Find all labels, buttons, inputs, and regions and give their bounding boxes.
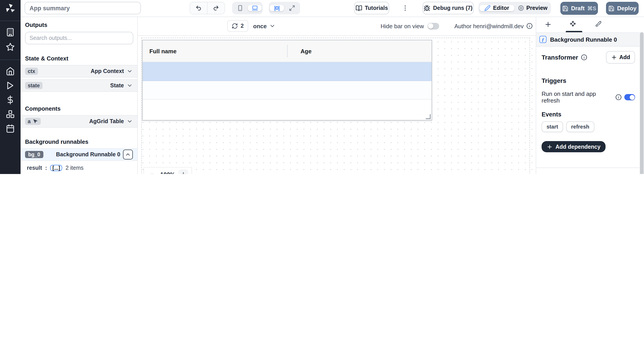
chevron-down-icon[interactable] — [126, 118, 133, 124]
zoom-out-button[interactable] — [147, 169, 157, 174]
sidebar-building-button[interactable] — [6, 28, 15, 37]
centered-layout-button[interactable]: |0| — [270, 5, 284, 11]
tab-styling[interactable] — [595, 21, 603, 28]
run-on-start-row: Run on start and app refresh — [542, 90, 639, 104]
preview-label: Preview — [526, 5, 548, 11]
search-outputs-input[interactable] — [25, 32, 133, 44]
state-badge: state — [25, 82, 42, 89]
info-icon[interactable] — [526, 23, 533, 29]
bg0-badge: bg_0 — [25, 151, 44, 158]
sidebar-star-button[interactable] — [6, 43, 15, 52]
right-panel: ƒ Background Runnable 0 Transformer Add … — [536, 17, 644, 174]
zoom-control: 100% — [144, 167, 192, 174]
play-icon — [6, 81, 15, 90]
preview-icon — [518, 5, 524, 11]
tutorials-label: Tutorials — [365, 5, 388, 11]
sidebar-play-button[interactable] — [6, 81, 15, 90]
aggrid-selected-row[interactable] — [143, 62, 432, 81]
more-menu-button[interactable] — [400, 2, 410, 14]
state-type-label: State — [110, 82, 124, 89]
sidebar-dollar-sign-button[interactable] — [6, 95, 15, 104]
add-dependency-button[interactable]: Add dependency — [542, 141, 605, 152]
tab-component-settings[interactable] — [570, 21, 577, 28]
chevron-down-icon[interactable] — [126, 82, 133, 89]
outputs-panel: Outputs State & Context ctx App Context … — [20, 17, 138, 174]
rail-divider — [0, 21, 20, 21]
output-row-bg0[interactable]: bg_0 Background Runnable 0 — [20, 148, 137, 161]
events-chips: startrefresh — [542, 121, 639, 132]
add-transformer-button[interactable]: Add — [606, 51, 635, 64]
undo-icon — [196, 5, 202, 11]
state-context-title: State & Context — [25, 55, 133, 62]
component-a-id: a — [28, 119, 31, 124]
aggrid-header: Full nameAge — [143, 40, 432, 62]
component-a-badge: a — [25, 118, 41, 125]
right-panel-body: Transformer Add Triggers Run on start an… — [536, 47, 644, 174]
chevron-up-icon — [125, 151, 131, 158]
draft-button[interactable]: Draft ⌘S — [560, 2, 598, 15]
mobile-view-button[interactable] — [233, 5, 247, 11]
calendar-icon — [6, 124, 15, 133]
refresh-policy-dropdown[interactable]: once — [253, 20, 276, 32]
preview-tab[interactable]: Preview — [515, 5, 550, 11]
redo-button[interactable] — [207, 2, 224, 14]
plus-icon — [546, 143, 553, 150]
pen-icon — [484, 5, 491, 11]
draft-label: Draft — [571, 5, 585, 12]
info-icon[interactable] — [581, 54, 587, 61]
building-icon — [6, 28, 15, 37]
right-panel-scrollbar[interactable] — [640, 32, 644, 174]
aggrid-row[interactable] — [143, 81, 432, 99]
resize-handle[interactable] — [426, 114, 431, 119]
refresh-policy-value: once — [253, 23, 267, 29]
output-row-component-a[interactable]: a AgGrid Table — [20, 115, 137, 128]
refresh-count: 2 — [240, 23, 244, 29]
transformer-title: Transformer — [542, 54, 578, 61]
app-summary-input[interactable] — [24, 2, 141, 14]
tutorials-button[interactable]: Tutorials — [354, 2, 389, 14]
sidebar-home-button[interactable] — [6, 67, 15, 76]
save-icon — [608, 5, 614, 12]
ctx-type-label: App Context — [90, 68, 124, 74]
fullwidth-layout-button[interactable] — [285, 5, 299, 11]
hide-bar-toggle[interactable] — [428, 23, 439, 29]
outputs-title: Outputs — [25, 22, 133, 28]
plus-icon — [611, 54, 617, 61]
refresh-button[interactable]: 2 — [227, 20, 248, 32]
windmill-logo[interactable] — [4, 3, 16, 14]
info-icon[interactable] — [616, 94, 622, 100]
undo-redo-group — [190, 2, 225, 14]
zoom-in-button[interactable] — [178, 169, 188, 174]
output-row-ctx[interactable]: ctx App Context — [20, 65, 137, 77]
debug-runs-button[interactable]: Debug runs (7) — [422, 2, 474, 14]
selected-runnable-header: ƒ Background Runnable 0 — [536, 32, 644, 47]
diamonds-icon — [570, 21, 576, 27]
app-canvas[interactable]: Full nameAge 100% — [138, 35, 536, 174]
result-expand-chip[interactable]: [...] — [50, 164, 62, 171]
deploy-button[interactable]: Deploy — [606, 2, 639, 15]
zoom-level: 100% — [157, 171, 178, 174]
draft-shortcut: ⌘S — [587, 5, 596, 12]
add-label: Add — [619, 54, 630, 61]
event-chip-refresh[interactable]: refresh — [566, 121, 594, 132]
rail-group-top — [0, 28, 20, 52]
section-divider — [536, 167, 644, 168]
aggrid-table-component[interactable]: Full nameAge — [142, 40, 432, 120]
undo-button[interactable] — [190, 2, 207, 14]
tab-add-component[interactable] — [544, 21, 552, 28]
bg0-loading-row: loading : false — [20, 172, 137, 174]
collapse-bg0-button[interactable] — [123, 150, 133, 159]
sidebar-boxes-button[interactable] — [6, 110, 15, 119]
ctx-badge: ctx — [25, 68, 38, 75]
column-header-age: Age — [294, 40, 432, 62]
output-row-state[interactable]: state State — [20, 79, 137, 92]
chevron-down-icon[interactable] — [126, 68, 133, 74]
boxes-icon — [6, 110, 15, 119]
sidebar-calendar-button[interactable] — [6, 124, 15, 133]
run-on-start-toggle[interactable] — [624, 94, 635, 100]
editor-tab[interactable]: Editor — [480, 5, 514, 11]
colon: : — [45, 164, 47, 171]
desktop-view-button[interactable] — [248, 5, 262, 11]
event-chip-start[interactable]: start — [542, 121, 563, 132]
author-label: Author henri@windmill.dev — [454, 23, 524, 29]
